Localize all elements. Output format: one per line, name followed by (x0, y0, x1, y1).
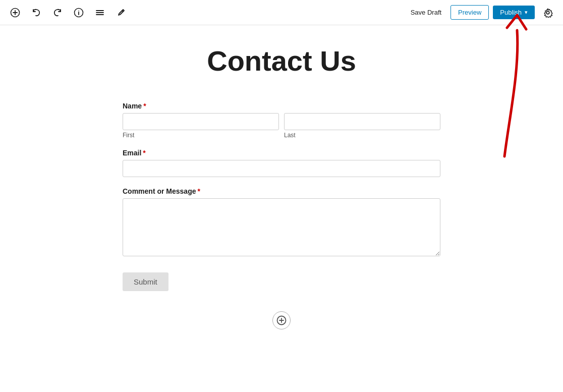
toolbar-left (6, 4, 406, 22)
email-field-group: Email* (123, 149, 440, 177)
add-block-button[interactable] (272, 311, 291, 329)
info-button[interactable] (70, 4, 88, 22)
message-required-star: * (197, 187, 200, 195)
name-row: First Last (123, 113, 440, 139)
main-content: Contact Us Name* First Last (0, 25, 563, 392)
add-block-row (120, 311, 443, 329)
publish-button[interactable]: Publish ▾ (493, 6, 535, 19)
name-required-star: * (143, 102, 146, 110)
last-sublabel: Last (284, 132, 440, 139)
list-view-button[interactable] (91, 4, 109, 22)
preview-button[interactable]: Preview (451, 5, 489, 20)
info-icon (74, 8, 84, 18)
message-field-group: Comment or Message* (123, 187, 440, 258)
add-block-toolbar-button[interactable] (6, 4, 24, 22)
publish-chevron-icon: ▾ (525, 9, 528, 16)
first-name-input[interactable] (123, 113, 279, 130)
last-name-input[interactable] (284, 113, 440, 130)
add-icon (10, 8, 20, 18)
toolbar-right: Save Draft Preview Publish ▾ (406, 4, 557, 22)
first-sublabel: First (123, 132, 279, 139)
contact-form: Name* First Last Email* (120, 102, 443, 291)
gear-icon (543, 8, 553, 18)
message-textarea[interactable] (123, 198, 440, 256)
svg-point-5 (78, 10, 79, 11)
list-icon (95, 8, 105, 18)
toolbar: Save Draft Preview Publish ▾ (0, 0, 563, 25)
undo-icon (31, 8, 41, 18)
undo-button[interactable] (27, 4, 45, 22)
name-label: Name* (123, 102, 440, 110)
redo-icon (52, 8, 63, 18)
email-label: Email* (123, 149, 440, 157)
page-content: Contact Us Name* First Last (120, 45, 443, 372)
settings-button[interactable] (539, 4, 557, 22)
name-field-group: Name* First Last (123, 102, 440, 139)
edit-button[interactable] (112, 4, 130, 22)
svg-line-9 (122, 11, 123, 12)
edit-icon (116, 8, 126, 18)
publish-label: Publish (500, 9, 522, 16)
page-title: Contact Us (120, 45, 443, 77)
email-required-star: * (143, 149, 145, 157)
redo-button[interactable] (48, 4, 67, 22)
submit-button[interactable]: Submit (123, 272, 168, 291)
message-label: Comment or Message* (123, 187, 440, 195)
email-input[interactable] (123, 160, 440, 177)
first-name-wrap: First (123, 113, 279, 139)
save-draft-button[interactable]: Save Draft (406, 6, 446, 19)
add-block-icon (276, 315, 287, 325)
svg-point-10 (546, 11, 549, 14)
last-name-wrap: Last (284, 113, 440, 139)
